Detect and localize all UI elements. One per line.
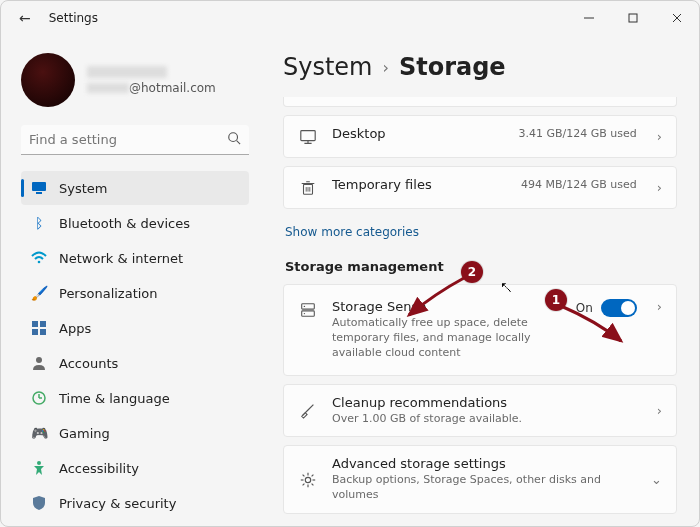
svg-point-13	[36, 357, 42, 363]
nav-label: Accessibility	[59, 461, 139, 476]
svg-point-31	[305, 477, 310, 482]
svg-rect-28	[302, 311, 315, 316]
avatar	[21, 53, 75, 107]
chevron-right-icon: ›	[651, 180, 662, 195]
search-icon	[227, 131, 241, 148]
card-title: Temporary files	[332, 177, 432, 192]
storage-sense-card[interactable]: Storage Sense Automatically free up spac…	[283, 284, 677, 376]
search-box[interactable]	[21, 125, 249, 155]
nav-label: Privacy & security	[59, 496, 176, 511]
brush-icon: 🖌️	[31, 285, 47, 301]
svg-rect-12	[40, 329, 46, 335]
nav-network[interactable]: Network & internet	[21, 241, 249, 275]
profile-email: @hotmail.com	[87, 81, 216, 95]
svg-line-5	[237, 141, 241, 145]
svg-rect-9	[32, 321, 38, 327]
nav-label: Accounts	[59, 356, 118, 371]
profile-name-redacted	[87, 66, 167, 78]
toggle-label: On	[576, 301, 593, 315]
cleanup-desc: Over 1.00 GB of storage available.	[332, 412, 637, 427]
nav-accounts[interactable]: Accounts	[21, 346, 249, 380]
clock-icon	[31, 390, 47, 406]
nav-label: System	[59, 181, 107, 196]
nav-time[interactable]: Time & language	[21, 381, 249, 415]
breadcrumb-parent[interactable]: System	[283, 53, 373, 81]
titlebar: ← Settings	[1, 1, 699, 35]
chevron-right-icon: ›	[651, 299, 662, 314]
bluetooth-icon: ᛒ	[31, 215, 47, 231]
cleanup-title: Cleanup recommendations	[332, 395, 637, 410]
nav-label: Bluetooth & devices	[59, 216, 190, 231]
svg-line-39	[312, 474, 314, 476]
chevron-right-icon: ›	[651, 403, 662, 418]
svg-rect-11	[32, 329, 38, 335]
broom-icon	[298, 401, 318, 419]
nav-bluetooth[interactable]: ᛒBluetooth & devices	[21, 206, 249, 240]
nav-label: Gaming	[59, 426, 110, 441]
storage-sense-title: Storage Sense	[332, 299, 562, 314]
nav-label: Personalization	[59, 286, 158, 301]
nav-gaming[interactable]: 🎮Gaming	[21, 416, 249, 450]
storage-temp-card[interactable]: Temporary files 494 MB/124 GB used ›	[283, 166, 677, 209]
storage-sense-desc: Automatically free up space, delete temp…	[332, 316, 542, 361]
apps-icon	[31, 320, 47, 336]
window-controls	[567, 1, 699, 35]
storage-sense-toggle[interactable]	[601, 299, 637, 317]
trash-icon	[298, 179, 318, 197]
main-panel: System › Storage Desktop 3.41 GB/124 GB …	[261, 35, 699, 526]
profile-block[interactable]: @hotmail.com	[21, 53, 249, 107]
monitor-icon	[31, 180, 47, 196]
partial-card-top	[283, 97, 677, 107]
search-input[interactable]	[29, 132, 227, 147]
sidebar: @hotmail.com System ᛒBluetooth & devices…	[1, 35, 261, 526]
cleanup-card[interactable]: Cleanup recommendations Over 1.00 GB of …	[283, 384, 677, 438]
breadcrumb-current: Storage	[399, 53, 506, 81]
nav-apps[interactable]: Apps	[21, 311, 249, 345]
svg-line-36	[303, 474, 305, 476]
svg-point-4	[229, 133, 238, 142]
nav-label: Time & language	[59, 391, 170, 406]
minimize-button[interactable]	[567, 1, 611, 35]
accessibility-icon	[31, 460, 47, 476]
svg-line-38	[303, 483, 305, 485]
card-title: Desktop	[332, 126, 386, 141]
nav-privacy[interactable]: Privacy & security	[21, 486, 249, 520]
disk-icon	[298, 301, 318, 319]
gear-icon	[298, 471, 318, 489]
wifi-icon	[31, 250, 47, 266]
nav-label: Network & internet	[59, 251, 183, 266]
svg-rect-18	[301, 130, 315, 140]
usage-text: 494 MB/124 GB used	[521, 178, 637, 191]
nav-personalization[interactable]: 🖌️Personalization	[21, 276, 249, 310]
chevron-right-icon: ›	[383, 58, 389, 77]
advanced-desc: Backup options, Storage Spaces, other di…	[332, 473, 631, 503]
nav-system[interactable]: System	[21, 171, 249, 205]
chevron-right-icon: ›	[651, 129, 662, 144]
shield-icon	[31, 495, 47, 511]
svg-rect-10	[40, 321, 46, 327]
svg-line-37	[312, 483, 314, 485]
nav-list: System ᛒBluetooth & devices Network & in…	[21, 171, 249, 520]
show-more-link[interactable]: Show more categories	[285, 225, 419, 239]
svg-point-17	[37, 461, 41, 465]
breadcrumb: System › Storage	[283, 53, 677, 81]
desktop-icon	[298, 128, 318, 146]
advanced-card[interactable]: Advanced storage settings Backup options…	[283, 445, 677, 514]
gamepad-icon: 🎮	[31, 425, 47, 441]
svg-rect-6	[32, 182, 46, 191]
close-button[interactable]	[655, 1, 699, 35]
window-title: Settings	[49, 11, 98, 25]
svg-point-8	[38, 261, 41, 264]
nav-label: Apps	[59, 321, 91, 336]
svg-rect-1	[629, 14, 637, 22]
svg-rect-27	[302, 304, 315, 309]
svg-rect-7	[36, 192, 42, 194]
nav-accessibility[interactable]: Accessibility	[21, 451, 249, 485]
section-heading: Storage management	[285, 259, 677, 274]
chevron-down-icon: ⌄	[645, 472, 662, 487]
usage-text: 3.41 GB/124 GB used	[519, 127, 637, 140]
advanced-title: Advanced storage settings	[332, 456, 631, 471]
back-button[interactable]: ←	[19, 10, 31, 26]
maximize-button[interactable]	[611, 1, 655, 35]
storage-desktop-card[interactable]: Desktop 3.41 GB/124 GB used ›	[283, 115, 677, 158]
